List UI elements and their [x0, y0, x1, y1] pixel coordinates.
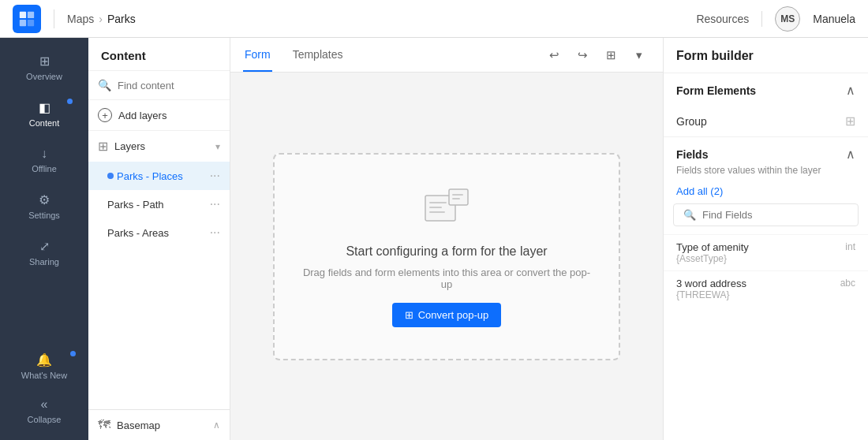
form-drop-subtitle: Drag fields and form elements into this … [298, 267, 595, 290]
layer-item-parks-path[interactable]: Parks - Path ··· [88, 190, 230, 218]
basemap-label: Basemap [117, 419, 160, 431]
topbar: Maps › Parks Resources MS Manuela [0, 0, 868, 38]
svg-rect-9 [452, 194, 463, 196]
svg-rect-1 [28, 11, 34, 17]
content-search: 🔍 [88, 71, 230, 100]
undo-icon[interactable]: ↩ [543, 44, 565, 66]
fields-toggle[interactable]: ∧ [846, 147, 855, 162]
breadcrumb-current: Parks [107, 13, 136, 25]
sidebar-item-label: What's New [21, 371, 67, 380]
breadcrumb-maps[interactable]: Maps [67, 13, 94, 25]
sidebar-item-whats-new[interactable]: 🔔 What's New [5, 345, 84, 388]
sidebar-item-label: Sharing [29, 257, 59, 267]
logo-icon [18, 10, 36, 28]
form-elements-toggle[interactable]: ∧ [846, 83, 855, 98]
svg-rect-3 [28, 19, 34, 25]
whats-new-dot [70, 351, 76, 356]
breadcrumb: Maps › Parks [67, 13, 136, 25]
field-key: {AssetType} [676, 253, 855, 264]
content-dot [67, 99, 73, 104]
more-icon[interactable]: ▾ [628, 44, 650, 66]
add-all-link[interactable]: Add all (2) [664, 182, 735, 203]
form-drop-zone: Start configuring a form for the layer D… [273, 153, 620, 360]
svg-rect-10 [452, 198, 460, 199]
sidebar-item-overview[interactable]: ⊞ Overview [5, 46, 84, 89]
layer-name: Parks - Areas [107, 227, 210, 239]
sharing-icon: ⤢ [39, 239, 50, 254]
field-name: 3 word address [676, 278, 855, 289]
layers-icon: ⊞ [98, 139, 108, 154]
overview-icon: ⊞ [39, 54, 50, 69]
sidebar-item-sharing[interactable]: ⤢ Sharing [5, 231, 84, 274]
whats-new-icon: 🔔 [36, 352, 52, 367]
fields-subtitle: Fields store values within the layer [664, 165, 868, 182]
avatar: MS [775, 6, 800, 32]
svg-rect-5 [429, 202, 447, 203]
layer-item-parks-places[interactable]: Parks - Places ··· [88, 162, 230, 190]
basemap-header[interactable]: 🗺 Basemap ∧ [88, 410, 230, 440]
fields-search-input[interactable] [702, 209, 848, 221]
sidebar-item-label: Collapse [28, 415, 62, 424]
fields-search-icon: 🔍 [683, 209, 696, 221]
search-input[interactable] [118, 80, 220, 91]
sidebar-item-collapse[interactable]: « Collapse [5, 390, 84, 432]
group-icon: ⊞ [845, 114, 855, 129]
group-label: Group [676, 115, 707, 128]
layers-header-label: ⊞ Layers [98, 139, 145, 154]
username-label: Manuela [813, 13, 855, 25]
collapse-icon: « [41, 397, 48, 412]
field-type-badge: int [845, 241, 855, 252]
add-layers-button[interactable]: + Add layers [88, 100, 230, 131]
offline-icon: ↓ [41, 147, 47, 161]
svg-rect-8 [449, 189, 468, 205]
content-panel-header: Content [88, 38, 230, 71]
sidebar: ⊞ Overview ◧ Content ↓ Offline ⚙ Setting… [0, 38, 88, 440]
sidebar-item-label: Settings [28, 211, 60, 220]
search-icon: 🔍 [98, 79, 111, 91]
group-item: Group ⊞ [664, 106, 868, 136]
field-name: Type of amenity [676, 241, 855, 253]
tabs-actions: ↩ ↪ ⊞ ▾ [543, 44, 650, 66]
layer-more-icon[interactable]: ··· [210, 169, 220, 183]
sidebar-item-content[interactable]: ◧ Content [5, 92, 84, 136]
redo-icon[interactable]: ↪ [571, 44, 593, 66]
sidebar-item-offline[interactable]: ↓ Offline [5, 139, 84, 181]
layers-chevron-icon: ▾ [215, 141, 220, 152]
layer-name: Parks - Path [107, 199, 210, 211]
field-type-badge: abc [840, 278, 855, 289]
svg-rect-7 [429, 211, 445, 213]
form-elements-header: Form Elements ∧ [664, 73, 868, 106]
basemap-section: 🗺 Basemap ∧ [88, 409, 230, 440]
grid-icon[interactable]: ⊞ [600, 44, 622, 66]
sidebar-item-label: Offline [32, 164, 57, 173]
sidebar-item-settings[interactable]: ⚙ Settings [5, 185, 84, 228]
svg-rect-2 [20, 19, 26, 25]
layer-more-icon[interactable]: ··· [210, 197, 220, 211]
convert-icon: ⊞ [405, 309, 413, 321]
add-layers-label: Add layers [118, 110, 166, 121]
convert-popup-button[interactable]: ⊞ Convert pop-up [392, 303, 502, 327]
layers-header[interactable]: ⊞ Layers ▾ [88, 131, 230, 162]
convert-popup-label: Convert pop-up [418, 309, 489, 321]
content-icon: ◧ [39, 100, 51, 115]
content-panel: Content 🔍 + Add layers ⊞ Layers ▾ Parks … [88, 38, 230, 440]
form-drop-title: Start configuring a form for the layer [346, 244, 547, 259]
layer-item-parks-areas[interactable]: Parks - Areas ··· [88, 218, 230, 247]
layer-more-icon[interactable]: ··· [210, 226, 220, 240]
tab-form[interactable]: Form [243, 38, 272, 72]
svg-rect-6 [429, 207, 442, 208]
settings-icon: ⚙ [39, 192, 50, 207]
fields-section-title: Fields [676, 148, 708, 161]
layers-section: ⊞ Layers ▾ Parks - Places ··· Parks - Pa… [88, 131, 230, 409]
topbar-right: Resources MS Manuela [696, 6, 855, 32]
topbar-right-divider [761, 11, 762, 27]
form-placeholder-icon [419, 186, 474, 232]
layers-label: Layers [114, 140, 145, 152]
tab-templates[interactable]: Templates [291, 38, 345, 72]
resources-link[interactable]: Resources [696, 13, 749, 25]
sidebar-item-label: Overview [26, 72, 62, 81]
sidebar-item-label: Content [29, 118, 60, 128]
main-area: Form Templates ↩ ↪ ⊞ ▾ [230, 38, 663, 440]
main-layout: ⊞ Overview ◧ Content ↓ Offline ⚙ Setting… [0, 38, 868, 440]
fields-section-header: Fields ∧ [664, 137, 868, 165]
